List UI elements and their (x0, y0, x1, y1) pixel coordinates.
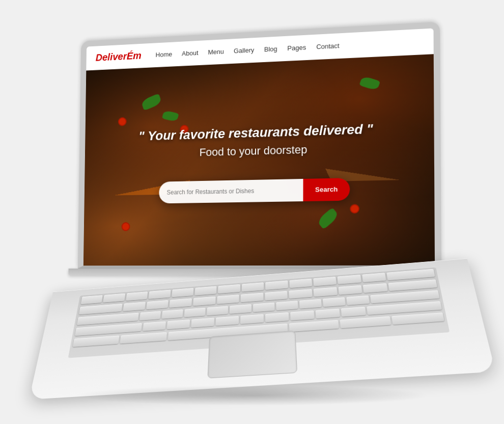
key (314, 287, 338, 297)
key (289, 278, 312, 288)
key (73, 335, 120, 347)
key (242, 282, 264, 292)
hero-section: " Your favorite restaurants delivered " … (83, 54, 435, 266)
brand-logo: DeliverÉm (96, 50, 142, 63)
key (290, 310, 315, 321)
key (265, 290, 288, 300)
key (299, 299, 321, 308)
key (215, 316, 239, 326)
nav-contact[interactable]: Contact (316, 42, 339, 50)
key (338, 275, 361, 284)
nav-home[interactable]: Home (156, 50, 173, 59)
key (323, 297, 346, 307)
key (230, 304, 251, 314)
laptop-screen: DeliverÉm Home About Menu Gallery Blog P… (78, 22, 441, 269)
key (240, 314, 264, 324)
key (265, 312, 289, 322)
touchpad[interactable] (207, 331, 297, 379)
key (139, 311, 161, 321)
key (172, 288, 194, 297)
key (241, 293, 263, 302)
key (162, 309, 183, 319)
key (81, 295, 103, 304)
hero-content: " Your favorite restaurants delivered " … (119, 120, 395, 173)
key (146, 300, 169, 309)
nav-menu[interactable]: Menu (208, 48, 223, 56)
key (340, 316, 391, 328)
laptop-base (29, 258, 496, 400)
key (289, 320, 339, 332)
key (143, 321, 166, 331)
search-button[interactable]: Search (303, 178, 350, 201)
key (276, 301, 298, 310)
website-preview: DeliverÉm Home About Menu Gallery Blog P… (83, 28, 435, 266)
key (193, 296, 215, 306)
key (167, 320, 190, 329)
laptop-mockup: DeliverÉm Home About Menu Gallery Blog P… (43, 29, 461, 395)
key (207, 306, 228, 315)
key (253, 302, 275, 312)
key (184, 307, 206, 317)
tomato-3 (350, 204, 359, 214)
search-input[interactable] (159, 179, 303, 203)
nav-blog[interactable]: Blog (264, 45, 277, 53)
nav-links: Home About Menu Gallery Blog Pages Conta… (156, 42, 340, 59)
key (338, 285, 362, 295)
key (194, 286, 217, 295)
key (103, 293, 126, 302)
key (191, 317, 214, 327)
nav-pages[interactable]: Pages (287, 44, 306, 52)
key (126, 292, 148, 301)
search-bar: Search (159, 178, 350, 203)
key (120, 332, 167, 343)
key (391, 312, 444, 325)
key (123, 302, 146, 311)
nav-about[interactable]: About (182, 49, 198, 57)
key (341, 306, 366, 316)
key (289, 289, 313, 299)
key (265, 280, 288, 290)
key (313, 277, 337, 286)
key (316, 308, 340, 319)
key (170, 298, 192, 308)
key (346, 295, 370, 305)
key (218, 284, 240, 293)
key (217, 295, 239, 304)
key (363, 283, 388, 293)
nav-gallery[interactable]: Gallery (234, 46, 254, 55)
key (149, 289, 171, 299)
hero-subtitle: Food to your doorstep (138, 141, 373, 161)
laptop-shadow (74, 385, 430, 406)
key (362, 273, 386, 282)
